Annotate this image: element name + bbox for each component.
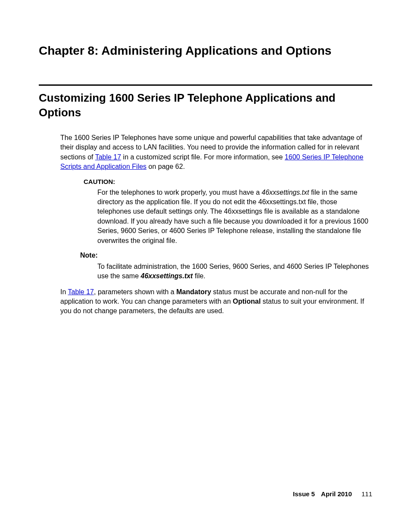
note-heading: Note: <box>80 252 372 259</box>
chapter-title: Chapter 8: Administering Applications an… <box>39 43 372 59</box>
caution-text-post: file in the same directory as the applic… <box>97 189 368 244</box>
footer-page-number: 111 <box>361 490 372 498</box>
intro-text-2: in a customized script file. For more in… <box>121 153 285 161</box>
section-title: Customizing 1600 Series IP Telephone App… <box>39 91 372 120</box>
intro-text-3: on page 62. <box>146 163 185 170</box>
note-text-post: file. <box>193 272 205 280</box>
caution-label: CAUTION: <box>84 178 115 185</box>
caution-filename: 46xxsettings.txt <box>262 189 309 196</box>
mandatory-label: Mandatory <box>176 288 211 296</box>
section-rule <box>39 84 372 86</box>
caution-text-pre: For the telephones to work properly, you… <box>97 189 262 196</box>
paragraph-2: In Table 17, parameters shown with a Man… <box>39 287 372 316</box>
para2-text-1: In <box>60 288 68 296</box>
table-17-link[interactable]: Table 17 <box>95 153 121 161</box>
table-17-link-2[interactable]: Table 17 <box>68 288 94 296</box>
note-filename: 46xxsettings.txt <box>141 272 193 280</box>
footer-date: April 2010 <box>321 490 352 498</box>
caution-body: For the telephones to work properly, you… <box>80 188 372 246</box>
caution-block: CAUTION: For the telephones to work prop… <box>39 178 372 246</box>
note-text-pre: To facilitate administration, the 1600 S… <box>97 263 369 280</box>
optional-label: Optional <box>233 298 261 305</box>
note-block: Note: To facilitate administration, the … <box>39 252 372 281</box>
intro-paragraph: The 1600 Series IP Telephones have some … <box>39 133 372 172</box>
caution-heading: CAUTION: <box>80 178 372 185</box>
note-body: To facilitate administration, the 1600 S… <box>80 262 372 281</box>
page-footer: Issue 5 April 2010 111 <box>293 490 372 498</box>
para2-text-2: , parameters shown with a <box>94 288 176 296</box>
footer-issue: Issue 5 <box>293 490 315 498</box>
